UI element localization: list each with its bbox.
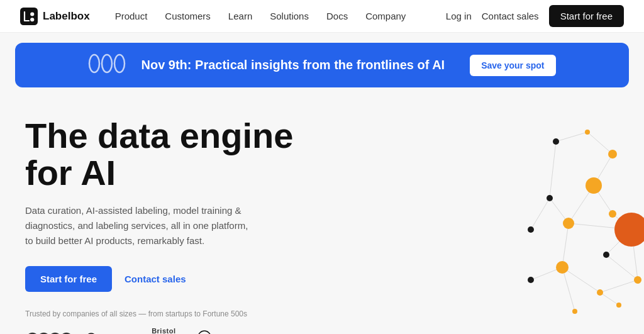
nav-item-solutions[interactable]: Solutions [270, 11, 309, 21]
login-link[interactable]: Log in [446, 11, 472, 21]
audi-logo: ⬤⬤⬤⬤ [25, 331, 70, 334]
svg-point-4 [102, 55, 112, 72]
nav-item-company[interactable]: Company [365, 11, 406, 21]
svg-point-42 [528, 277, 534, 283]
svg-rect-0 [20, 8, 38, 25]
svg-point-38 [609, 210, 616, 218]
svg-point-32 [585, 130, 590, 135]
labelbox-logo-icon [20, 8, 38, 25]
nav-links: Product Customers Learn Solutions Docs C… [115, 11, 446, 22]
banner-decoration-icon [88, 52, 126, 79]
nav-right: Log in Contact sales Start for free [446, 5, 624, 27]
logo-text: Labelbox [43, 10, 90, 23]
nav-item-product[interactable]: Product [115, 11, 148, 21]
start-for-free-hero-button[interactable]: Start for free [25, 266, 112, 292]
svg-point-48 [572, 309, 577, 314]
svg-point-39 [614, 213, 644, 247]
banner-text: Nov 9th: Practical insights from the fro… [141, 58, 445, 72]
hero-content: The data engine for AI Data curation, AI… [25, 118, 341, 334]
svg-point-44 [634, 276, 641, 284]
svg-line-23 [562, 223, 569, 267]
svg-point-5 [114, 55, 125, 72]
svg-line-26 [600, 280, 638, 292]
svg-point-37 [563, 218, 574, 229]
contact-sales-hero-button[interactable]: Contact sales [125, 274, 186, 284]
svg-line-13 [550, 142, 556, 198]
svg-point-9 [198, 331, 211, 334]
trusted-text: Trusted by companies of all sizes — from… [25, 309, 341, 318]
wb-logo [197, 330, 211, 334]
bms-logo: Bristol Myers Squibb [145, 327, 182, 334]
nav-item-learn[interactable]: Learn [228, 11, 252, 21]
svg-point-35 [547, 195, 553, 201]
svg-point-43 [597, 289, 603, 296]
svg-line-10 [556, 132, 587, 142]
svg-point-3 [89, 55, 99, 72]
hero-title: The data engine for AI [25, 118, 341, 192]
svg-point-33 [608, 150, 617, 159]
hero-buttons: Start for free Contact sales [25, 266, 341, 292]
svg-point-36 [528, 226, 534, 233]
svg-point-1 [30, 12, 34, 16]
nav-item-customers[interactable]: Customers [165, 11, 211, 21]
network-graph-svg [380, 104, 644, 318]
customer-logos: ⬤⬤⬤⬤ BOSCH Bristol Myers Squibb stryker … [25, 327, 341, 334]
start-for-free-nav-button[interactable]: Start for free [549, 5, 624, 27]
svg-line-28 [562, 267, 575, 311]
hero-section: The data engine for AI Data curation, AI… [0, 97, 644, 334]
banner-cta-button[interactable]: Save your spot [470, 55, 555, 76]
nav-item-docs[interactable]: Docs [326, 11, 348, 21]
svg-point-47 [616, 303, 621, 308]
announcement-banner: Nov 9th: Practical insights from the fro… [15, 43, 629, 87]
svg-line-14 [531, 198, 550, 230]
svg-line-25 [562, 267, 600, 292]
hero-description: Data curation, AI-assisted labeling, mod… [25, 203, 252, 248]
svg-point-34 [586, 177, 602, 194]
hero-graph [380, 104, 644, 318]
svg-line-11 [587, 132, 613, 154]
svg-point-40 [603, 252, 609, 258]
svg-point-2 [30, 18, 34, 21]
svg-line-30 [606, 255, 638, 280]
svg-point-41 [556, 261, 569, 274]
svg-line-27 [600, 292, 619, 305]
contact-sales-link[interactable]: Contact sales [482, 11, 539, 21]
navbar: Labelbox Product Customers Learn Solutio… [0, 0, 644, 33]
logo[interactable]: Labelbox [20, 8, 90, 25]
svg-point-31 [553, 138, 559, 145]
